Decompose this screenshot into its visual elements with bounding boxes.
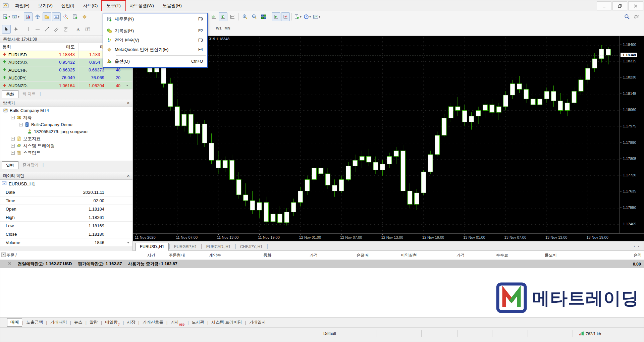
terminal-column-header[interactable]: 통화 [224,252,274,258]
tab-scroll-arrows[interactable]: ‹› [634,244,642,248]
chart-area[interactable]: 1.184001.183481.183151.182301.181451.180… [133,36,644,241]
menu-item[interactable]: 기록실(H)F2 [103,26,207,36]
tree-item[interactable]: Bulls Company MT4 [0,107,132,114]
tree-item[interactable]: -BullsCompany-Demo [0,121,132,128]
terminal-column-header[interactable]: 수수료 [467,252,511,258]
scroll-down-icon[interactable] [126,240,130,245]
new-order-button[interactable] [71,12,79,21]
vline-button[interactable] [24,25,33,34]
terminal-tab[interactable]: 노출금액 [23,319,46,326]
tree-item[interactable]: +f보조지표 [0,135,132,142]
chat-icon[interactable] [632,12,641,21]
panel-tab[interactable]: 통화 [2,90,18,98]
panel-tab[interactable]: 틱 차트 [18,90,40,98]
search-icon[interactable] [623,12,631,21]
market-watch-row[interactable]: AUDNZD.1.061641.0620440 [0,82,132,90]
terminal-column-header[interactable]: 계약수 [187,252,224,258]
profiles-button[interactable]: ▾ [11,12,20,21]
timeframe-button-mn[interactable]: MN [223,25,232,31]
terminal-column-header[interactable]: 가격 [274,252,320,258]
terminal-button[interactable] [52,12,61,21]
terminal-column-header[interactable]: 주문형태 [158,252,187,258]
tree-expander[interactable]: - [19,123,23,126]
arrows-button[interactable]: T [83,25,92,34]
tree-item[interactable]: -계좌 [0,114,132,121]
data-window-button[interactable] [33,12,42,21]
trendline-button[interactable] [43,25,51,34]
text-button[interactable]: A [74,25,83,34]
restore-button[interactable] [612,1,627,10]
cursor-button[interactable] [2,25,11,34]
market-watch-row[interactable]: AUDJPY.76.04976.06920 [0,74,132,82]
line-chart-button[interactable] [228,12,237,21]
panel-tab[interactable]: 즐겨찾기 [18,161,43,169]
menu-item[interactable]: 파일(F) [11,1,34,10]
terminal-tab[interactable]: 매매 [7,318,22,327]
candlestick-button[interactable] [219,12,227,21]
menu-item[interactable]: 보기(V) [34,1,57,10]
terminal-tab[interactable]: 거래내역 [47,319,70,326]
menu-item[interactable]: 차트정렬(W) [125,1,158,10]
close-button[interactable] [628,1,643,10]
timeframe-button-w1[interactable]: W1 [214,25,223,31]
close-icon[interactable]: ✕ [127,174,130,178]
channel-button[interactable] [52,25,61,34]
zoom-out-button[interactable] [250,12,259,21]
terminal-tab[interactable]: 도서관 [189,319,207,326]
close-icon[interactable]: ✕ [127,101,130,105]
tree-item[interactable]: 1820554279: jung sungwoo [0,128,132,135]
navigator-button[interactable] [43,12,51,21]
minimize-button[interactable] [597,1,611,10]
chart-tab[interactable]: EURCAD.,H1 [202,243,235,250]
tree-item[interactable]: +시스템 트레이딩 [0,142,132,149]
scroll-down-icon[interactable] [125,83,129,89]
menu-item[interactable]: 전역 변수(V)F3 [103,36,207,45]
chart-tab[interactable]: CHFJPY.,H1 [236,243,267,250]
terminal-tab[interactable]: 거래신호들 [140,319,167,326]
metaeditor-button[interactable] [80,12,89,21]
chart-tab[interactable]: EURGBP,H1 [170,243,201,250]
terminal-tab[interactable]: 기사959 [167,319,187,326]
terminal-tab[interactable]: 거래일지 [246,319,269,326]
menu-item[interactable]: 도움말(H) [158,1,186,10]
menu-item[interactable]: 삽입(I) [57,1,78,10]
terminal-tab[interactable]: 알람 [87,319,101,326]
menu-item[interactable]: 도구(T) [102,1,125,10]
hline-button[interactable] [33,25,42,34]
terminal-column-header[interactable]: 롤오버 [511,252,559,258]
new-chart-button[interactable]: ▾ [2,12,11,21]
chart-shift-button[interactable] [281,12,290,21]
tree-expander[interactable]: + [11,137,15,140]
bar-chart-button[interactable] [209,12,218,21]
terminal-column-header[interactable]: 가격 [420,252,467,258]
periods-button[interactable]: ▾ [303,12,312,21]
terminal-tab[interactable]: 메일함7 [102,319,123,326]
tile-windows-button[interactable] [259,12,268,21]
terminal-column-header[interactable]: 손절매 [320,252,371,258]
menu-item[interactable]: 옵션(O)Ctrl+O [103,57,207,66]
tree-expander[interactable]: - [11,116,15,119]
zoom-in-button[interactable] [240,12,249,21]
auto-scroll-button[interactable] [272,12,280,21]
tree-expander[interactable]: + [11,144,15,148]
strategy-tester-button[interactable] [61,12,70,21]
terminal-tab[interactable]: 시장 [124,319,138,326]
menu-item[interactable]: 차트(C) [78,1,102,10]
market-watch-button[interactable] [24,12,33,21]
tree-item[interactable]: +스크립트 [0,149,132,156]
menu-item[interactable]: 새주문(N)F9 [103,14,207,24]
menu-item[interactable]: MetaQuotes 언어 편집기(E)F4 [103,45,207,54]
profile-name[interactable]: Default [323,331,336,336]
terminal-column-header[interactable]: 시간 [124,252,158,258]
crosshair-button[interactable] [11,25,20,34]
panel-tab[interactable]: 일반 [2,161,18,169]
new-order-button[interactable]: ▾ [293,12,302,21]
terminal-column-header[interactable]: 손익 [559,252,644,258]
terminal-tab[interactable]: 시스템 트레이딩 [208,319,245,326]
terminal-tab[interactable]: 뉴스 [71,319,86,326]
chart-tab[interactable]: EURUSD.,H1 [136,243,169,251]
tree-expander[interactable]: + [11,151,15,155]
terminal-column-header[interactable]: 주문 / [6,252,124,258]
terminal-column-header[interactable]: 이익실현 [371,252,420,258]
fibo-button[interactable] [61,25,70,34]
